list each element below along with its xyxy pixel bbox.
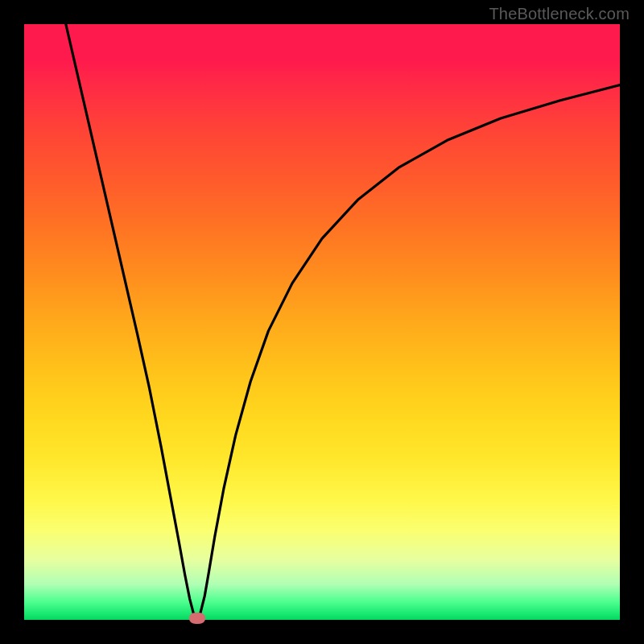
curve-svg (24, 24, 620, 620)
watermark-text: TheBottleneck.com (489, 5, 630, 23)
bottleneck-curve (66, 24, 620, 618)
min-point-marker (189, 613, 205, 624)
plot-area (24, 24, 620, 620)
chart-frame: TheBottleneck.com (0, 0, 644, 644)
